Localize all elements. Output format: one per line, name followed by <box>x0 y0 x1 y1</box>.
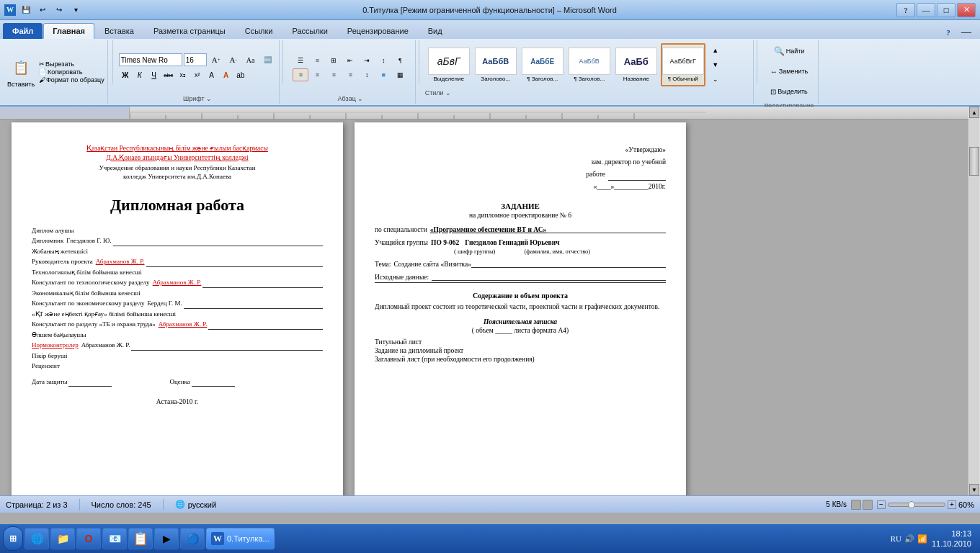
page-status: Страница: 2 из 3 <box>6 500 68 509</box>
taskbar-app7[interactable]: 🔵 <box>180 528 205 549</box>
font-expand-icon[interactable]: ⌄ <box>206 95 212 102</box>
strikethrough-btn[interactable]: abc <box>162 69 175 81</box>
group-font: Times New Ro 16 A+ A- Aa 🔤 Ж К Ч abc <box>116 40 280 104</box>
start-button[interactable]: ⊞ <box>3 526 23 551</box>
show-marks-btn[interactable]: ¶ <box>392 54 408 67</box>
font-grow-btn[interactable]: A+ <box>208 53 224 66</box>
find-btn[interactable]: 🔍 Найти <box>767 42 811 60</box>
decrease-indent-btn[interactable]: ⇤ <box>342 54 358 67</box>
styles-expand-icon[interactable]: ⌄ <box>445 89 451 96</box>
para-expand-icon[interactable]: ⌄ <box>357 95 363 102</box>
bullet-list-btn[interactable]: ☰ <box>293 54 308 67</box>
zoom-control[interactable]: − + 60% <box>877 500 974 509</box>
taskbar-app5[interactable]: 📋 <box>128 528 153 549</box>
zoom-in-btn[interactable]: + <box>948 500 956 509</box>
styles-scroll-down[interactable]: ▼ <box>708 58 723 71</box>
taskbar-word[interactable]: W 0.Титулка... <box>206 528 275 549</box>
redo-btn[interactable]: ↪ <box>52 4 66 17</box>
save-btn[interactable]: 💾 <box>19 4 33 17</box>
taskbar-mail[interactable]: 📧 <box>102 528 127 549</box>
tab-insert[interactable]: Вставка <box>95 23 143 39</box>
replace-btn[interactable]: ↔ Заменить <box>767 62 811 81</box>
tab-file[interactable]: Файл <box>3 23 43 39</box>
taskbar-opera[interactable]: O <box>76 528 101 549</box>
word-taskbar-icon: W <box>211 532 224 545</box>
maximize-btn[interactable]: □ <box>937 3 956 17</box>
underline-btn[interactable]: Ч <box>148 69 161 81</box>
subscript-btn[interactable]: x₂ <box>177 69 190 81</box>
tab-view[interactable]: Вид <box>419 23 452 39</box>
tab-home[interactable]: Главная <box>43 23 94 39</box>
clear-format-btn[interactable]: 🔤 <box>260 53 276 66</box>
font-shrink-btn[interactable]: A- <box>226 53 241 66</box>
network-icon[interactable]: 📶 <box>917 534 927 544</box>
sort-btn[interactable]: ↕ <box>375 54 391 67</box>
volume-icon[interactable]: 🔊 <box>904 534 914 544</box>
cut-btn[interactable]: ✂ Вырезать <box>39 60 104 68</box>
zoom-slider-thumb[interactable] <box>908 501 915 508</box>
text-color-btn[interactable]: A <box>220 69 233 81</box>
text-effect-btn[interactable]: A <box>205 69 218 81</box>
style-heading3[interactable]: АаБбВ ¶ Заголов... <box>567 43 612 86</box>
group-editing: 🔍 Найти ↔ Заменить ⊡ Выделить Редактиров… <box>760 40 819 104</box>
paste-icon: 📋 <box>9 56 32 79</box>
font-name-box[interactable]: Times New Ro <box>119 53 182 66</box>
align-right-btn[interactable]: ≡ <box>326 68 342 81</box>
scroll-up-btn[interactable]: ▲ <box>969 107 979 118</box>
style-title[interactable]: АаБб Название <box>614 43 659 86</box>
line-spacing-btn[interactable]: ↕ <box>359 68 375 81</box>
superscript-btn[interactable]: x² <box>191 69 204 81</box>
shading-btn[interactable]: ■ <box>375 68 391 81</box>
dropdown-btn[interactable]: ▾ <box>68 4 83 17</box>
scroll-down-btn[interactable]: ▼ <box>969 484 979 495</box>
scroll-thumb[interactable] <box>969 147 979 176</box>
taskbar-explorer[interactable]: 📁 <box>50 528 75 549</box>
vertical-scrollbar[interactable]: ▲ ▼ <box>968 107 980 495</box>
style-heading1[interactable]: АаБбВ Заголово... <box>473 43 518 86</box>
format-painter-btn[interactable]: 🖌 Формат по образцу <box>39 76 104 84</box>
tab-layout[interactable]: Разметка страницы <box>144 23 235 39</box>
styles-area: аБвГ Выделение АаБбВ Заголово... АаБбЕ ¶… <box>425 42 750 88</box>
help-btn[interactable]: ? <box>896 3 915 17</box>
lang-systray[interactable]: RU <box>891 534 901 543</box>
zoom-out-btn[interactable]: − <box>877 500 886 509</box>
justify-btn[interactable]: ≡ <box>342 68 358 81</box>
highlight-btn[interactable]: ab <box>234 69 247 81</box>
numbered-list-btn[interactable]: ≡ <box>309 54 325 67</box>
undo-btn[interactable]: ↩ <box>35 4 50 17</box>
select-btn[interactable]: ⊡ Выделить <box>767 82 811 101</box>
taskbar-ie[interactable]: 🌐 <box>24 528 49 549</box>
case-btn[interactable]: Aa <box>243 53 259 66</box>
styles-scroll-up[interactable]: ▲ <box>708 44 723 57</box>
opera-icon: O <box>81 531 96 546</box>
tab-review[interactable]: Рецензирование <box>338 23 418 39</box>
right-page[interactable]: «Утверждаю» зам. директор по учебной раб… <box>355 122 686 495</box>
style-normal[interactable]: АаБбВгГ ¶ Обычный <box>661 43 705 86</box>
tab-references[interactable]: Ссылки <box>236 23 282 39</box>
copy-btn[interactable]: 📄 Копировать <box>39 68 104 76</box>
taskbar-media[interactable]: ▶ <box>154 528 179 549</box>
bold-btn[interactable]: Ж <box>119 69 132 81</box>
style-highlight[interactable]: аБвГ Выделение <box>427 43 471 86</box>
align-center-btn[interactable]: ≡ <box>309 68 325 81</box>
scroll-track[interactable] <box>969 118 979 484</box>
zoom-slider[interactable] <box>888 503 945 507</box>
border-btn[interactable]: ▦ <box>392 68 408 81</box>
field-diplomnik: Дипломник Гнездилов Г. Ю. <box>32 236 323 246</box>
left-page[interactable]: Қазақстан Республикасының білім және ғыл… <box>12 122 343 495</box>
multilevel-list-btn[interactable]: ⊞ <box>326 54 342 67</box>
minimize-btn[interactable]: — <box>917 3 935 17</box>
ribbon-minimize-btn[interactable]: — <box>958 26 974 39</box>
field-tech-kaz: Технологиялық білім бойынша кенесші <box>32 268 323 278</box>
style-heading2[interactable]: АаБбЕ ¶ Заголов... <box>520 43 565 86</box>
increase-indent-btn[interactable]: ⇥ <box>359 54 375 67</box>
paste-btn[interactable]: 📋 Вставить <box>6 49 36 95</box>
ribbon-help-btn[interactable]: ? <box>940 26 956 39</box>
lang-status[interactable]: 🌐 русский <box>175 500 216 509</box>
italic-btn[interactable]: К <box>133 69 146 81</box>
styles-expand[interactable]: ⌄ <box>708 73 723 86</box>
close-btn[interactable]: ✕ <box>957 3 976 17</box>
font-size-box[interactable]: 16 <box>184 53 207 66</box>
tab-mailings[interactable]: Рассылки <box>282 23 337 39</box>
align-left-btn[interactable]: ≡ <box>293 68 308 81</box>
